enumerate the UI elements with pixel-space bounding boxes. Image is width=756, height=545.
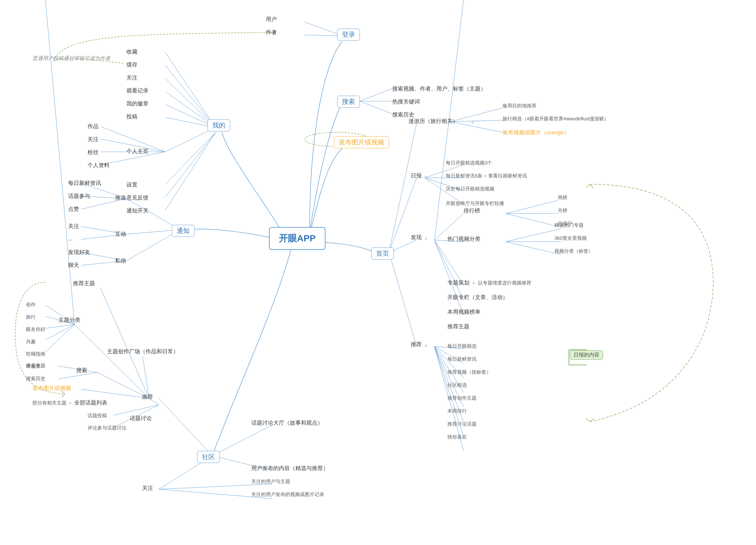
node-fans: 粉丝 — [88, 148, 99, 156]
node-theme-s1: 创作 — [26, 302, 36, 308]
svg-line-0 — [305, 22, 342, 36]
svg-line-16 — [360, 88, 393, 101]
node-notify-toggle: 通知开关 — [126, 207, 148, 214]
node-interact-s1: 关注 — [68, 222, 79, 230]
node-weekly: 周榜 — [558, 195, 567, 201]
node-topic-submit: 话题投稿 — [88, 413, 107, 419]
node-hot-s1: 精选热门专题 — [554, 222, 584, 228]
svg-line-44 — [434, 240, 464, 315]
node-notify: 通知 — [172, 225, 195, 237]
svg-line-65 — [75, 325, 149, 398]
svg-line-49 — [506, 229, 561, 242]
node-ranking: 排行榜 — [464, 207, 480, 214]
node-rec-topic: 推荐主题 — [447, 323, 469, 330]
node-comm-search-s2: 搜索历史 — [26, 376, 45, 382]
mindmap-canvas: 开眼APP 登录 用户 作者 我的 收藏 缓存 关注 观看记录 我的徽章 投稿 … — [0, 0, 756, 545]
node-interact-s2: ... — [68, 235, 73, 242]
svg-line-10 — [165, 132, 216, 197]
node-daily: 日报 — [411, 172, 422, 179]
node-user-content: 用户发布的内容（精选与推荐） — [251, 465, 328, 472]
daily-badge: 日报的内容 — [570, 350, 603, 360]
node-daily-dot — [425, 174, 428, 180]
node-publish1: 发布图片或视频 — [334, 136, 389, 148]
svg-line-43 — [434, 240, 464, 300]
node-hot-s2: 360度全景视频 — [554, 235, 587, 241]
node-home: 首页 — [371, 247, 394, 259]
svg-line-75 — [45, 325, 75, 340]
node-works: 作品 — [88, 123, 99, 130]
node-week-list: 本周视频榜单 — [447, 308, 480, 316]
node-topic-hall: 话题讨论大厅（故事和观点） — [251, 419, 323, 427]
node-cache: 缓存 — [126, 61, 137, 68]
node-create-plaza: 主题创作广场（作品和日常） — [107, 348, 179, 355]
svg-line-9 — [165, 132, 216, 184]
node-author: 作者 — [266, 29, 277, 36]
svg-line-33 — [451, 107, 506, 122]
node-interact: 互动 — [115, 230, 126, 238]
svg-line-46 — [506, 200, 558, 213]
node-collect: 收藏 — [126, 48, 137, 55]
node-mine: 我的 — [207, 119, 230, 131]
svg-line-60 — [159, 398, 212, 456]
node-rec-s5: 推荐创作主题 — [447, 395, 477, 401]
node-dm-s1: 发现好友 — [68, 248, 90, 256]
svg-line-34 — [451, 120, 506, 122]
node-rec-s3: 推荐视频（按标签） — [447, 369, 491, 375]
svg-line-1 — [305, 35, 342, 36]
node-left-topic-title: 推荐主题 — [73, 280, 95, 287]
svg-line-3 — [165, 65, 216, 127]
svg-line-66 — [143, 356, 149, 398]
svg-line-18 — [360, 101, 393, 114]
svg-line-67 — [97, 373, 149, 398]
svg-line-77 — [45, 0, 75, 325]
node-topic-discuss: 话题讨论 — [130, 415, 152, 422]
node-follow-s1: 关注的用户与主题 — [251, 479, 290, 485]
node-rec-s4: 社区精选 — [447, 382, 467, 388]
node-theme-s4: 兴趣 — [26, 339, 36, 345]
svg-line-29 — [389, 123, 417, 252]
node-rec-s7: 推荐讨论话题 — [447, 421, 477, 427]
svg-line-35 — [451, 122, 506, 133]
node-publish2: 发布图片或视频 — [32, 385, 71, 392]
node-comm-follow: 关注 — [142, 484, 153, 492]
svg-line-2 — [165, 53, 216, 127]
node-dm-s2: 聊天 — [68, 261, 79, 269]
svg-line-11 — [165, 132, 216, 210]
node-rec-s1: 每日开眼精选 — [447, 343, 477, 350]
node-discover: 发现 — [411, 233, 422, 241]
node-user: 用户 — [266, 16, 277, 23]
svg-line-64 — [100, 288, 149, 398]
node-daily-s4: 开眼放映厅与开眼专栏轮播 — [446, 200, 504, 207]
node-hot-s3: 视频分类（标签） — [554, 248, 593, 254]
node-feedback: 意见反馈 — [126, 194, 148, 201]
center-node: 开眼APP — [269, 227, 325, 250]
node-rec-s6: 本周排行 — [447, 408, 467, 414]
node-follow2: 关注 — [88, 136, 99, 143]
node-badge: 我的徽章 — [126, 100, 148, 107]
node-userinfo: 个人资料 — [88, 161, 110, 169]
svg-line-70 — [159, 484, 272, 489]
svg-line-48 — [506, 213, 558, 226]
node-travel: 漫游历（旅行相关） — [408, 117, 458, 125]
node-recommend-dot — [425, 343, 428, 349]
node-push: 推送 — [115, 194, 126, 201]
svg-line-68 — [81, 389, 149, 398]
node-discover-dot — [425, 235, 428, 241]
svg-line-32 — [389, 252, 417, 347]
node-follow: 关注 — [126, 74, 137, 81]
svg-line-76 — [45, 325, 75, 352]
node-daily-s3: 历史每日开眼精选视频 — [446, 186, 494, 192]
svg-line-74 — [45, 325, 75, 328]
svg-line-51 — [506, 242, 561, 255]
node-theme-s3: 眼友你好 — [26, 326, 45, 333]
node-column: 开眼专栏（文章、活动） — [447, 294, 508, 301]
node-travel-s1: 每周目的地推荐 — [502, 103, 537, 109]
node-comm-search: 搜索 — [76, 367, 87, 374]
node-watchhistory: 观看记录 — [126, 87, 148, 94]
node-travel-s3: 发布视频或图片（orange） — [502, 129, 569, 136]
node-rec-s8: 猜你喜欢 — [447, 434, 467, 440]
node-settings: 设置 — [126, 181, 137, 188]
connections-svg — [0, 0, 756, 545]
node-profile: 个人主页 — [126, 148, 148, 155]
node-search: 搜索 — [337, 96, 360, 108]
